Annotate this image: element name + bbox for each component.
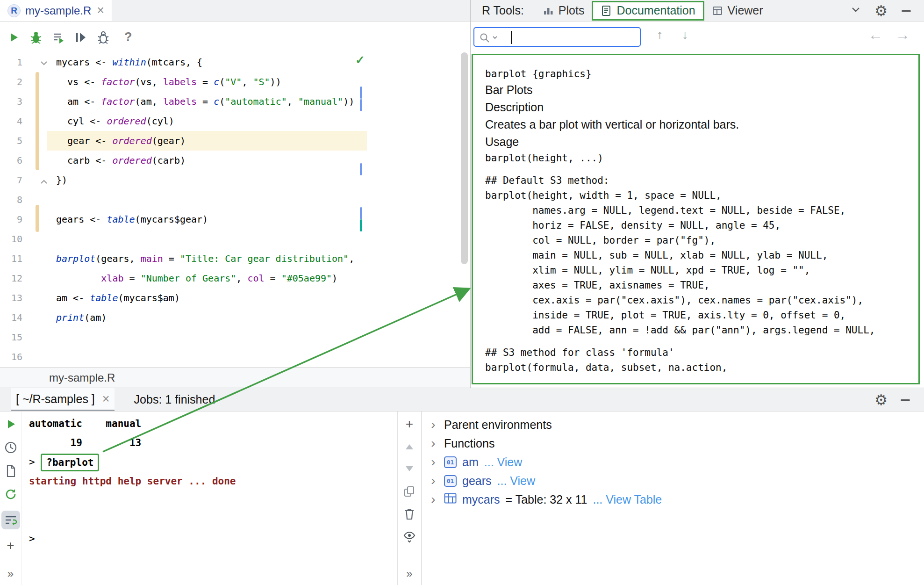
- show-file-button[interactable]: [4, 464, 18, 478]
- view-link[interactable]: ... View: [497, 474, 536, 488]
- console-line[interactable]: automatic manual: [29, 414, 397, 433]
- color-stripe-mark[interactable]: [360, 219, 362, 231]
- inspection-ok-icon[interactable]: ✓: [355, 53, 365, 67]
- chevron-right-icon[interactable]: ›: [428, 493, 438, 506]
- code-editor[interactable]: 12345678910111213141516 mycars <- within…: [0, 52, 470, 367]
- chevron-right-icon[interactable]: ›: [428, 455, 438, 469]
- code-line[interactable]: gear <- ordered(gear): [47, 131, 367, 151]
- code-line[interactable]: mycars <- within(mtcars, {: [55, 52, 470, 72]
- chevron-right-icon[interactable]: ›: [428, 437, 438, 450]
- console-line[interactable]: >: [29, 529, 397, 549]
- run-selection-button[interactable]: [50, 29, 66, 45]
- copy-button[interactable]: [402, 484, 416, 498]
- add-watch-button[interactable]: +: [402, 417, 416, 431]
- minimize-icon[interactable]: [901, 399, 910, 401]
- run-to-cursor-button[interactable]: [73, 29, 89, 45]
- annotated-command[interactable]: ?barplot: [41, 454, 99, 471]
- code-line[interactable]: am <- table(mycars$am): [55, 288, 470, 308]
- chevron-right-icon[interactable]: ›: [428, 418, 438, 431]
- code-line[interactable]: gears <- table(mycars$gear): [55, 209, 470, 229]
- doc-line: add = FALSE, ann = !add && par("ann"), a…: [485, 323, 918, 338]
- error-stripe-mark[interactable]: [360, 163, 362, 175]
- console-line[interactable]: starting httpd help server ... done: [29, 472, 397, 491]
- rerun-button[interactable]: [4, 417, 18, 431]
- next-occurrence-icon[interactable]: ↓: [682, 29, 688, 41]
- code-line[interactable]: barplot(gears, main = "Title: Car gear d…: [55, 249, 470, 268]
- chevron-down-icon[interactable]: [851, 7, 860, 15]
- breadcrumb-file[interactable]: my-sample.R: [49, 371, 115, 384]
- jobs-label[interactable]: Jobs: 1 finished: [134, 393, 215, 406]
- console-line[interactable]: 19 13: [29, 433, 397, 453]
- chevron-right-icon[interactable]: ›: [428, 474, 438, 487]
- editor-scrollbar[interactable]: [461, 52, 468, 264]
- error-stripe-mark[interactable]: [360, 99, 362, 111]
- console-output[interactable]: automatic manual 19 13> ?barplotstarting…: [21, 412, 397, 585]
- editor-tab-my-sample[interactable]: R my-sample.R ×: [0, 0, 112, 21]
- code-line[interactable]: [55, 347, 470, 367]
- more-actions-icon[interactable]: »: [406, 567, 412, 580]
- more-actions-icon[interactable]: »: [7, 567, 14, 580]
- fold-end-icon[interactable]: [40, 178, 48, 186]
- history-button[interactable]: [4, 441, 18, 455]
- env-row-mycars[interactable]: ›mycars= Table: 32 x 11... View Table: [428, 490, 924, 509]
- move-up-button[interactable]: [402, 440, 416, 454]
- console-tab[interactable]: [ ~/R-samples ] ×: [11, 388, 115, 411]
- help-button[interactable]: ?: [124, 30, 132, 44]
- tab-viewer[interactable]: Viewer: [704, 0, 771, 22]
- env-row-gears[interactable]: ›01gears... View: [428, 471, 924, 490]
- fold-region-icon[interactable]: [40, 59, 48, 67]
- gear-icon[interactable]: ⚙: [874, 4, 888, 18]
- run-file-button[interactable]: [6, 29, 21, 45]
- doc-line: xlim = NULL, ylim = NULL, xpd = TRUE, lo…: [485, 263, 918, 278]
- console-line[interactable]: [29, 510, 397, 529]
- code-line[interactable]: [55, 229, 470, 249]
- code-line[interactable]: am <- factor(am, labels = c("automatic",…: [55, 92, 470, 111]
- doc-search-input[interactable]: [473, 27, 641, 47]
- code-line[interactable]: cyl <- ordered(cyl): [55, 111, 470, 131]
- code-line[interactable]: }): [55, 170, 470, 190]
- code-line[interactable]: [55, 190, 470, 209]
- console-line[interactable]: [29, 491, 397, 510]
- view-link[interactable]: ... View Table: [593, 493, 662, 506]
- code-line[interactable]: carb <- ordered(carb): [55, 151, 470, 170]
- soft-wrap-button[interactable]: [1, 511, 20, 529]
- documentation-content[interactable]: barplot {graphics}Bar PlotsDescriptionCr…: [472, 54, 920, 384]
- delete-button[interactable]: [402, 507, 416, 521]
- previous-occurrence-icon[interactable]: ↑: [657, 29, 663, 41]
- doc-line: Description: [485, 99, 918, 116]
- code-line[interactable]: [55, 327, 470, 347]
- doc-line: barplot(height, width = 1, space = NULL,: [485, 188, 918, 203]
- code-line[interactable]: print(am): [55, 308, 470, 327]
- code-line[interactable]: vs <- factor(vs, labels = c("V", "S")): [55, 72, 470, 92]
- tab-plots[interactable]: Plots: [535, 0, 592, 22]
- doc-line: barplot {graphics}: [485, 66, 918, 81]
- view-link[interactable]: ... View: [484, 455, 523, 469]
- tab-documentation-label: Documentation: [616, 4, 695, 17]
- close-icon[interactable]: ×: [102, 393, 110, 405]
- env-row-parent-environments[interactable]: ›Parent environments: [428, 415, 924, 434]
- forward-icon[interactable]: →: [895, 28, 910, 42]
- debugger-button[interactable]: [95, 29, 111, 45]
- env-row-functions[interactable]: ›Functions: [428, 434, 924, 453]
- error-stripe-mark[interactable]: [360, 87, 362, 99]
- add-console-button[interactable]: +: [4, 539, 18, 553]
- refresh-environment-button[interactable]: [4, 487, 18, 501]
- console-line[interactable]: > ?barplot: [29, 453, 397, 472]
- close-icon[interactable]: ×: [97, 4, 104, 17]
- back-icon[interactable]: ←: [868, 28, 883, 42]
- debug-file-button[interactable]: [28, 29, 44, 45]
- line-number: 1: [0, 52, 22, 72]
- console-toolbar: + »: [0, 412, 21, 585]
- code-line[interactable]: xlab = "Number of Gears", col = "#05ae99…: [55, 268, 470, 288]
- bar-chart-icon: [543, 5, 554, 16]
- move-down-button[interactable]: [402, 462, 416, 476]
- group-label: Parent environments: [444, 418, 552, 432]
- env-row-am[interactable]: ›01am... View: [428, 453, 924, 471]
- console-pane: [ ~/R-samples ] × Jobs: 1 finished ⚙: [0, 388, 924, 585]
- show-values-eye-button[interactable]: [402, 529, 416, 543]
- doc-line: [485, 338, 918, 345]
- gear-icon[interactable]: ⚙: [874, 393, 888, 407]
- tab-documentation[interactable]: Documentation: [592, 1, 704, 21]
- error-stripe-mark[interactable]: [360, 207, 362, 219]
- minimize-icon[interactable]: [902, 10, 911, 12]
